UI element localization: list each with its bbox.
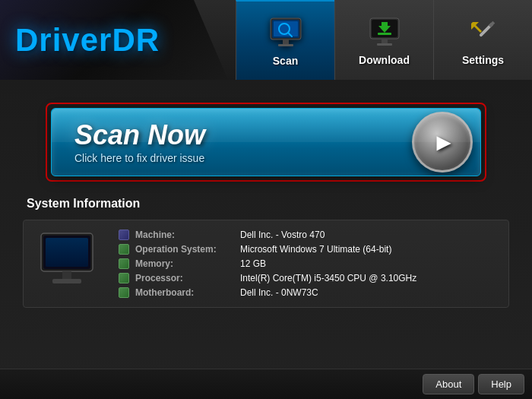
table-row: Memory: 12 GB [119, 258, 497, 269]
scan-tab-icon [268, 15, 304, 52]
svg-rect-5 [283, 40, 289, 44]
system-info-title: System Information [23, 197, 509, 211]
logo-area: DriverDR [0, 0, 228, 80]
tab-scan[interactable]: Scan [236, 0, 334, 80]
help-button[interactable]: Help [478, 374, 524, 394]
download-tab-icon [366, 14, 403, 51]
footer: About Help [0, 369, 532, 399]
os-icon [119, 244, 129, 255]
memory-value: 12 GB [240, 258, 266, 269]
table-row: Processor: Intel(R) Core(TM) i5-3450 CPU… [119, 273, 497, 283]
memory-icon [119, 258, 129, 269]
app-logo: DriverDR [15, 22, 160, 59]
processor-value: Intel(R) Core(TM) i5-3450 CPU @ 3.10GHz [240, 273, 416, 283]
table-row: Operation System: Microsoft Windows 7 Ul… [119, 244, 497, 255]
svg-rect-6 [278, 44, 293, 46]
system-info-box: Machine: Dell Inc. - Vostro 470 Operatio… [23, 220, 509, 308]
motherboard-icon [119, 287, 129, 298]
memory-label: Memory: [135, 258, 234, 269]
computer-icon [35, 230, 103, 290]
svg-rect-19 [62, 271, 71, 279]
machine-value: Dell Inc. - Vostro 470 [240, 230, 325, 240]
tab-download[interactable]: Download [334, 0, 433, 80]
scan-now-text: Scan Now [74, 120, 205, 150]
info-rows: Machine: Dell Inc. - Vostro 470 Operatio… [119, 230, 497, 298]
svg-rect-18 [46, 238, 88, 267]
settings-tab-icon [465, 14, 502, 51]
scan-arrow-button[interactable]: ► [412, 112, 473, 173]
processor-icon [119, 273, 129, 283]
os-value: Microsoft Windows 7 Ultimate (64-bit) [240, 244, 391, 255]
tab-settings[interactable]: Settings [433, 0, 532, 80]
arrow-icon: ► [432, 128, 456, 157]
svg-rect-12 [377, 43, 392, 46]
table-row: Machine: Dell Inc. - Vostro 470 [119, 230, 497, 240]
main-content: Scan Now Click here to fix driver issue … [0, 80, 532, 399]
table-row: Motherboard: Dell Inc. - 0NW73C [119, 287, 497, 298]
about-button[interactable]: About [423, 374, 474, 394]
processor-label: Processor: [135, 273, 234, 283]
os-label: Operation System: [135, 244, 234, 255]
nav-tabs: Scan Download [236, 0, 532, 80]
scan-tab-label: Scan [273, 55, 298, 67]
scan-subtitle: Click here to fix driver issue [74, 152, 204, 164]
scan-button-wrapper: Scan Now Click here to fix driver issue … [46, 103, 486, 182]
scan-now-button[interactable]: Scan Now Click here to fix driver issue … [51, 108, 481, 176]
svg-rect-20 [52, 279, 81, 283]
motherboard-label: Motherboard: [135, 287, 234, 298]
machine-label: Machine: [135, 230, 234, 240]
header: DriverDR Scan [0, 0, 532, 80]
svg-rect-10 [378, 33, 391, 35]
svg-rect-11 [382, 39, 388, 43]
scan-text-area: Scan Now Click here to fix driver issue [74, 120, 205, 164]
machine-icon [119, 230, 129, 240]
settings-tab-label: Settings [462, 54, 504, 66]
download-tab-label: Download [359, 54, 410, 66]
system-info-section: System Information [23, 197, 509, 308]
motherboard-value: Dell Inc. - 0NW73C [240, 287, 318, 298]
